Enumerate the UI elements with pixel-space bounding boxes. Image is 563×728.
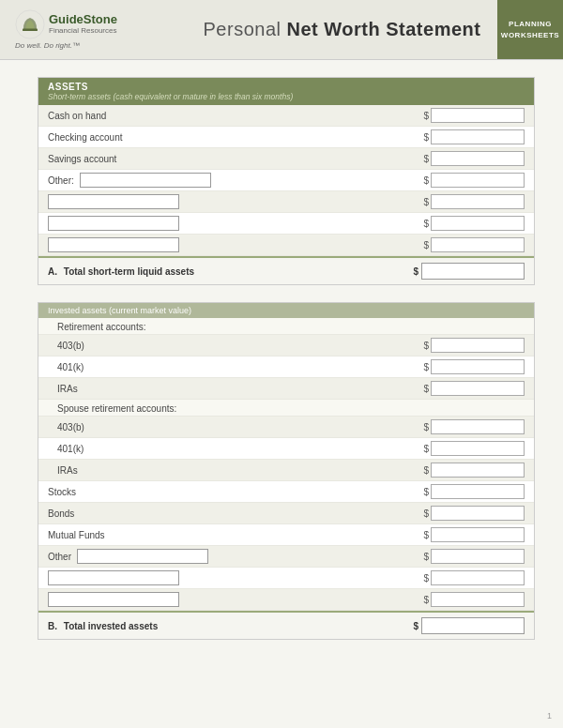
inv-other-text-input[interactable] bbox=[77, 549, 208, 564]
other-row: Other: $ bbox=[38, 170, 534, 191]
total-invested-input[interactable] bbox=[421, 617, 525, 634]
mutual-funds-dollar: $ bbox=[418, 530, 429, 540]
spouse-label-text: Spouse retirement accounts: bbox=[57, 403, 176, 414]
other-value-input[interactable] bbox=[431, 173, 525, 188]
checking-input[interactable] bbox=[431, 129, 525, 144]
total-dollar-b: $ bbox=[413, 621, 418, 631]
ret-403b-label: 403(b) bbox=[57, 341, 418, 351]
savings-label: Savings account bbox=[48, 154, 418, 164]
inv-other-value-input[interactable] bbox=[431, 549, 525, 564]
checking-account-row: Checking account $ bbox=[38, 127, 534, 148]
extra-label-2 bbox=[48, 216, 418, 231]
extra-label-3 bbox=[48, 237, 418, 252]
total-invested-text: Total invested assets bbox=[64, 621, 158, 631]
assets-section-header: ASSETS Short-term assets (cash equivalen… bbox=[38, 78, 534, 105]
ret-iras-input[interactable] bbox=[431, 381, 525, 396]
retirement-label-text: Retirement accounts: bbox=[57, 322, 146, 332]
checking-dollar-sign: $ bbox=[418, 132, 429, 143]
total-letter-b: B. bbox=[48, 621, 57, 631]
ret-403b-input[interactable] bbox=[431, 338, 525, 353]
mutual-funds-label: Mutual Funds bbox=[48, 530, 418, 540]
extra-dollar-2: $ bbox=[418, 219, 429, 229]
logo-image: GuideStone Financial Resources bbox=[15, 9, 117, 39]
extra-row-2: $ bbox=[38, 213, 534, 235]
invested-header: Invested assets (current market value) bbox=[38, 303, 534, 318]
inv-extra-text-2[interactable] bbox=[48, 592, 179, 607]
assets-section: ASSETS Short-term assets (cash equivalen… bbox=[38, 77, 535, 285]
total-short-term-label: A. Total short-term liquid assets bbox=[48, 266, 413, 277]
sp-403b-input[interactable] bbox=[431, 419, 525, 434]
savings-dollar-sign: $ bbox=[418, 154, 429, 164]
mutual-funds-row: Mutual Funds $ bbox=[38, 524, 534, 546]
page-header: GuideStone Financial Resources Do well. … bbox=[0, 0, 563, 60]
logo-name: GuideStone bbox=[49, 13, 117, 26]
savings-input[interactable] bbox=[431, 151, 525, 166]
extra-value-2[interactable] bbox=[431, 216, 525, 231]
logo-sub: Financial Resources bbox=[49, 27, 117, 36]
sp-iras-label: IRAs bbox=[57, 465, 418, 476]
invested-section: Invested assets (current market value) R… bbox=[38, 302, 535, 640]
extra-dollar-1: $ bbox=[418, 197, 429, 207]
extra-label-1 bbox=[48, 194, 418, 209]
inv-extra-text-1[interactable] bbox=[48, 570, 179, 585]
sp-403b-dollar: $ bbox=[418, 422, 429, 432]
ret-403b-row: 403(b) $ bbox=[38, 335, 534, 356]
inv-extra-dollar-2: $ bbox=[418, 595, 429, 605]
extra-text-2[interactable] bbox=[48, 216, 179, 231]
ret-401k-row: 401(k) $ bbox=[38, 356, 534, 378]
checking-label: Checking account bbox=[48, 132, 418, 143]
other-text-input[interactable] bbox=[80, 173, 211, 188]
inv-other-dollar: $ bbox=[418, 552, 429, 562]
cash-on-hand-row: Cash on hand $ bbox=[38, 105, 534, 127]
badge-line2: WORKSHEETS bbox=[501, 30, 559, 40]
title-prefix: Personal bbox=[204, 19, 287, 39]
retirement-accounts-label: Retirement accounts: bbox=[38, 318, 534, 335]
bonds-input[interactable] bbox=[431, 506, 525, 521]
sp-403b-row: 403(b) $ bbox=[38, 417, 534, 438]
ret-iras-label: IRAs bbox=[57, 384, 418, 394]
extra-text-3[interactable] bbox=[48, 237, 179, 252]
other-label: Other: bbox=[48, 173, 418, 188]
ret-iras-row: IRAs $ bbox=[38, 378, 534, 400]
title-bold: Net Worth Statement bbox=[287, 19, 481, 39]
logo-area: GuideStone Financial Resources Do well. … bbox=[15, 9, 117, 50]
extra-row-1: $ bbox=[38, 191, 534, 213]
mutual-funds-input[interactable] bbox=[431, 527, 525, 542]
ret-401k-dollar: $ bbox=[418, 362, 429, 372]
ret-401k-input[interactable] bbox=[431, 359, 525, 374]
planning-badge: PLANNING WORKSHEETS bbox=[497, 0, 563, 59]
inv-extra-row-1: $ bbox=[38, 568, 534, 589]
svg-rect-1 bbox=[23, 28, 38, 31]
stocks-input[interactable] bbox=[431, 484, 525, 499]
ret-403b-dollar: $ bbox=[418, 341, 429, 351]
ret-401k-label: 401(k) bbox=[57, 362, 418, 372]
total-short-term-input[interactable] bbox=[421, 263, 525, 280]
total-letter-a: A. bbox=[48, 266, 57, 277]
inv-other-row: Other $ bbox=[38, 546, 534, 568]
cash-on-hand-input[interactable] bbox=[431, 108, 525, 123]
total-input-area-a: $ bbox=[413, 263, 525, 280]
total-dollar-a: $ bbox=[413, 266, 418, 277]
inv-extra-dollar-1: $ bbox=[418, 573, 429, 584]
inv-extra-label-1 bbox=[48, 570, 418, 585]
inv-extra-row-2: $ bbox=[38, 589, 534, 611]
assets-title: ASSETS bbox=[48, 82, 525, 92]
extra-value-1[interactable] bbox=[431, 194, 525, 209]
inv-extra-value-1[interactable] bbox=[431, 570, 525, 585]
sp-401k-dollar: $ bbox=[418, 444, 429, 454]
guidestone-icon bbox=[15, 9, 45, 39]
invested-title: Invested assets (current market value) bbox=[48, 306, 191, 315]
page-content: ASSETS Short-term assets (cash equivalen… bbox=[0, 60, 563, 674]
extra-value-3[interactable] bbox=[431, 237, 525, 252]
sp-401k-row: 401(k) $ bbox=[38, 438, 534, 460]
sp-iras-dollar: $ bbox=[418, 465, 429, 476]
bonds-dollar: $ bbox=[418, 508, 429, 519]
extra-text-1[interactable] bbox=[48, 194, 179, 209]
sp-401k-input[interactable] bbox=[431, 441, 525, 456]
inv-extra-value-2[interactable] bbox=[431, 592, 525, 607]
sp-iras-input[interactable] bbox=[431, 463, 525, 478]
total-invested-row: B. Total invested assets $ bbox=[38, 611, 534, 639]
other-dollar-sign: $ bbox=[418, 175, 429, 186]
total-short-term-row: A. Total short-term liquid assets $ bbox=[38, 256, 534, 284]
bonds-row: Bonds $ bbox=[38, 503, 534, 524]
